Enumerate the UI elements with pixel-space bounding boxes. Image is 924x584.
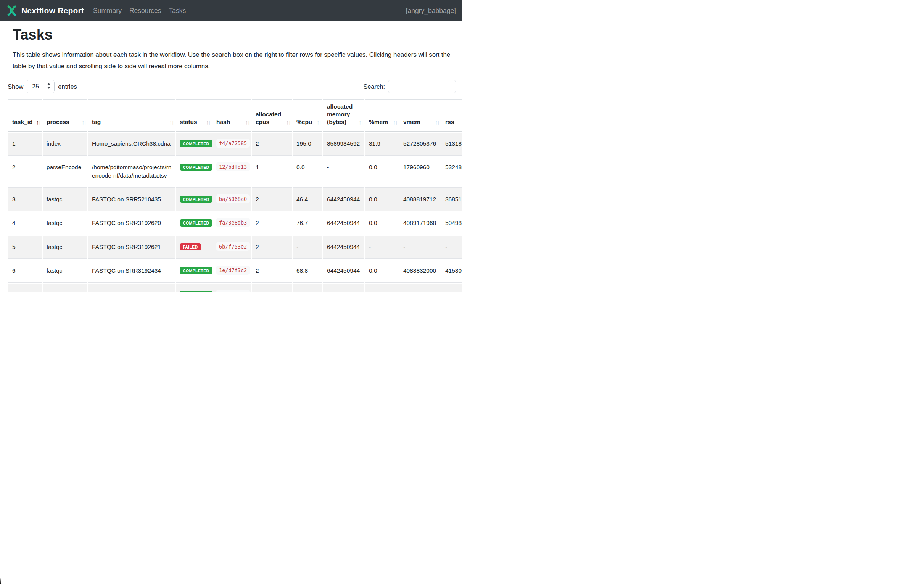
cell-allocated_cpus: 2 [252,212,292,235]
brand-link[interactable]: Nextflow Report [6,5,84,16]
tasks-table-wrapper[interactable]: task_id↑↓process↑↓tag↑↓status↑↓hash↑↓all… [8,99,462,292]
process-value: parseEncode [46,164,81,170]
cell-vmem: 4089171968 [399,212,441,235]
status-badge: COMPLETED [180,140,213,148]
column-header-process[interactable]: process↑↓ [43,99,87,132]
sort-icons: ↑↓ [36,118,40,126]
cell-hash: f4/a72585 [213,133,251,156]
column-header-pmem[interactable]: %mem↑↓ [365,99,399,132]
vmem-value: 4031012864 [403,291,436,292]
cell-pmem: 0.0 [365,156,399,188]
entries-label: entries [58,83,77,90]
pmem-value: 0.0 [369,196,377,202]
cell-task_id: 4 [8,212,42,235]
select-arrows-icon [47,83,51,89]
column-header-task_id[interactable]: task_id↑↓ [8,99,42,132]
cell-process: fastqc [43,236,87,259]
pcpu-value: 76.7 [297,220,308,226]
column-header-allocated_cpus[interactable]: allocated cpus↑↓ [252,99,292,132]
search-group: Search: [363,80,456,94]
nav-link-tasks[interactable]: Tasks [165,4,190,18]
task_id-value: 5 [12,243,16,250]
column-label: %cpu [297,118,312,125]
cell-status: COMPLETED [176,188,212,211]
hash-code: 5e/4886ef [216,290,249,292]
sort-icons: ↑↓ [435,118,439,126]
nav-links: Summary Resources Tasks [89,4,190,18]
column-label: allocated memory (bytes) [327,103,353,125]
cell-pmem: 0.0 [365,284,399,292]
tasks-table-head: task_id↑↓process↑↓tag↑↓status↑↓hash↑↓all… [8,99,462,132]
column-label: allocated cpus [256,111,281,125]
task-row: 7fastqcFASTQC on SRR3192433COMPLETED5e/4… [8,284,462,292]
show-label: Show [8,83,23,90]
status-badge: FAILED [180,243,201,251]
hash-code: 12/bdfd13 [216,162,249,171]
cell-process: fastqc [43,284,87,292]
task_id-value: 6 [12,267,16,274]
run-name: [angry_babbage] [406,7,456,15]
allocated_memory-value: 6442450944 [327,291,360,292]
allocated_cpus-value: 2 [256,267,259,274]
sort-icons: ↑↓ [359,118,363,126]
column-header-allocated_memory[interactable]: allocated memory (bytes)↑↓ [323,99,364,132]
status-badge: COMPLETED [180,267,213,275]
cell-vmem: 4031012864 [399,284,441,292]
cell-allocated_memory: 6442450944 [323,236,364,259]
pcpu-value: 0.0 [297,164,305,170]
column-header-hash[interactable]: hash↑↓ [213,99,251,132]
page-length-select[interactable]: 25 [27,80,54,94]
cell-allocated_cpus: 2 [252,260,292,283]
sort-icons: ↑↓ [393,118,397,126]
rss-value: 41530 [445,267,462,274]
column-label: rss [445,118,454,125]
cell-hash: ba/5068a0 [213,188,251,211]
cell-pmem: - [365,236,399,259]
hash-code: ba/5068a0 [216,194,249,203]
column-label: process [46,118,69,125]
nav-link-resources[interactable]: Resources [125,4,165,18]
cell-pmem: 0.0 [365,260,399,283]
cell-allocated_memory: 6442450944 [323,188,364,211]
task-row: 3fastqcFASTQC on SRR5210435COMPLETEDba/5… [8,188,462,211]
cell-process: fastqc [43,212,87,235]
status-badge: COMPLETED [180,196,213,203]
nextflow-logo-icon [6,5,18,16]
tasks-table: task_id↑↓process↑↓tag↑↓status↑↓hash↑↓all… [8,99,462,292]
column-header-tag[interactable]: tag↑↓ [88,99,175,132]
column-header-vmem[interactable]: vmem↑↓ [399,99,441,132]
tag-text: /home/pditommaso/projects/rnaseq-encode-… [92,163,171,180]
column-label: tag [92,118,101,125]
pmem-value: 0.0 [369,291,377,292]
cell-vmem: - [399,236,441,259]
cell-allocated_memory: 6442450944 [323,260,364,283]
navbar: Nextflow Report Summary Resources Tasks … [0,0,462,21]
column-header-status[interactable]: status↑↓ [176,99,212,132]
cell-process: fastqc [43,188,87,211]
cell-vmem: 4088832000 [399,260,441,283]
cell-status: COMPLETED [176,284,212,292]
cell-pcpu: 70.2 [293,284,322,292]
column-header-pcpu[interactable]: %cpu↑↓ [293,99,322,132]
process-value: fastqc [46,196,62,202]
pmem-value: 0.0 [369,164,377,170]
cell-task_id: 5 [8,236,42,259]
cell-rss: 51318 [441,133,462,156]
column-header-rss[interactable]: rss↑↓ [441,99,462,132]
search-input[interactable] [388,80,456,94]
page-length-value: 25 [32,83,39,90]
pcpu-value: 68.8 [297,267,308,274]
cell-pcpu: 195.0 [293,133,322,156]
allocated_cpus-value: 2 [256,220,259,226]
pmem-value: - [369,243,371,250]
hash-code: 6b/f753e2 [216,242,249,251]
nav-link-summary[interactable]: Summary [89,4,125,18]
cell-status: COMPLETED [176,260,212,283]
vmem-value: 4088832000 [403,267,436,274]
task_id-value: 4 [12,220,16,226]
page-description: This table shows information about each … [13,49,455,72]
cell-allocated_cpus: 2 [252,284,292,292]
column-label: hash [216,118,230,125]
cell-tag: FASTQC on SRR3192434 [88,260,175,283]
cell-vmem: 4088819712 [399,188,441,211]
